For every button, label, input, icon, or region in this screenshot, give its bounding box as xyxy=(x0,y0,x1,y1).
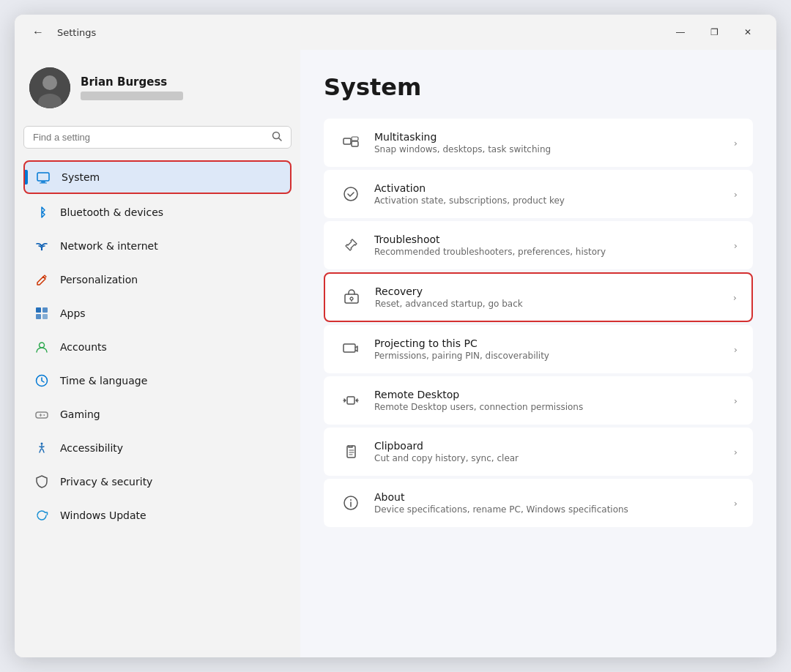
sidebar-item-bluetooth[interactable]: Bluetooth & devices xyxy=(23,197,291,228)
svg-rect-23 xyxy=(343,344,355,352)
search-input[interactable] xyxy=(33,132,266,143)
about-chevron: › xyxy=(734,498,738,509)
recovery-text: Recovery Reset, advanced startup, go bac… xyxy=(375,285,721,309)
svg-rect-21 xyxy=(345,294,358,303)
accounts-icon xyxy=(34,339,50,355)
sidebar-item-bluetooth-label: Bluetooth & devices xyxy=(60,206,163,218)
svg-rect-6 xyxy=(41,182,45,183)
multitasking-chevron: › xyxy=(734,138,738,149)
sidebar-item-personalization[interactable]: Personalization xyxy=(23,264,291,295)
troubleshoot-text: Troubleshoot Recommended troubleshooters… xyxy=(374,234,722,257)
sidebar-item-personalization-label: Personalization xyxy=(60,274,138,285)
sidebar-item-apps-label: Apps xyxy=(60,307,86,319)
user-profile: Brian Burgess xyxy=(23,61,291,120)
close-button[interactable]: ✕ xyxy=(731,20,765,44)
settings-window: ← Settings — ❐ ✕ xyxy=(15,15,776,657)
sidebar-item-update[interactable]: Windows Update xyxy=(23,500,291,531)
svg-rect-18 xyxy=(352,141,358,146)
main-content: System Multitasking Snap windows, deskto… xyxy=(300,50,776,657)
projecting-text: Projecting to this PC Permissions, pairi… xyxy=(374,337,722,361)
activation-text: Activation Activation state, subscriptio… xyxy=(374,182,722,206)
troubleshoot-chevron: › xyxy=(734,240,738,251)
back-button[interactable]: ← xyxy=(26,20,50,44)
svg-rect-17 xyxy=(343,138,351,144)
clipboard-desc: Cut and copy history, sync, clear xyxy=(374,453,722,463)
avatar-image xyxy=(29,67,70,108)
content-area: Brian Burgess xyxy=(15,50,776,657)
sidebar: Brian Burgess xyxy=(15,50,300,657)
settings-item-clipboard[interactable]: Clipboard Cut and copy history, sync, cl… xyxy=(324,428,753,476)
gaming-icon xyxy=(34,406,50,422)
maximize-button[interactable]: ❐ xyxy=(697,20,731,44)
recovery-desc: Reset, advanced startup, go back xyxy=(375,299,721,309)
svg-rect-12 xyxy=(42,314,48,319)
svg-rect-11 xyxy=(36,314,41,319)
minimize-button[interactable]: — xyxy=(664,20,697,44)
about-title: About xyxy=(374,491,722,503)
svg-point-20 xyxy=(344,187,357,201)
troubleshoot-title: Troubleshoot xyxy=(374,234,722,245)
settings-item-remote-desktop[interactable]: Remote Desktop Remote Desktop users, con… xyxy=(324,376,753,425)
svg-rect-10 xyxy=(42,307,48,313)
sidebar-item-accessibility-label: Accessibility xyxy=(60,442,123,454)
settings-item-activation[interactable]: Activation Activation state, subscriptio… xyxy=(324,170,753,218)
projecting-chevron: › xyxy=(734,344,738,355)
about-desc: Device specifications, rename PC, Window… xyxy=(374,504,722,515)
recovery-chevron: › xyxy=(733,292,737,303)
sidebar-item-accounts[interactable]: Accounts xyxy=(23,332,291,362)
user-email-bar xyxy=(81,92,183,100)
svg-point-1 xyxy=(42,75,57,90)
svg-line-4 xyxy=(279,138,282,141)
svg-rect-5 xyxy=(37,173,49,181)
activation-desc: Activation state, subscriptions, product… xyxy=(374,195,722,206)
sidebar-item-system[interactable]: System xyxy=(23,160,291,194)
troubleshoot-desc: Recommended troubleshooters, preferences… xyxy=(374,247,722,257)
user-info: Brian Burgess xyxy=(81,75,183,100)
multitasking-desc: Snap windows, desktops, task switching xyxy=(374,144,722,154)
settings-item-recovery[interactable]: Recovery Reset, advanced startup, go bac… xyxy=(324,272,753,322)
system-icon xyxy=(35,169,51,185)
titlebar: ← Settings — ❐ ✕ xyxy=(15,15,776,50)
sidebar-item-network[interactable]: Network & internet xyxy=(23,231,291,261)
troubleshoot-icon xyxy=(339,234,363,257)
multitasking-icon xyxy=(339,131,363,154)
clipboard-chevron: › xyxy=(734,447,738,458)
sidebar-item-network-label: Network & internet xyxy=(60,240,158,252)
settings-item-about[interactable]: About Device specifications, rename PC, … xyxy=(324,479,753,527)
remote-desktop-desc: Remote Desktop users, connection permiss… xyxy=(374,402,722,412)
accessibility-icon xyxy=(34,440,50,456)
projecting-title: Projecting to this PC xyxy=(374,337,722,349)
sidebar-item-privacy[interactable]: Privacy & security xyxy=(23,466,291,497)
active-indicator xyxy=(25,170,28,184)
activation-chevron: › xyxy=(734,189,738,200)
clipboard-icon xyxy=(339,440,363,463)
sidebar-item-update-label: Windows Update xyxy=(60,509,146,521)
search-box[interactable] xyxy=(23,126,291,149)
privacy-icon xyxy=(34,474,50,490)
remote-desktop-icon xyxy=(339,389,363,412)
activation-title: Activation xyxy=(374,182,722,194)
settings-item-troubleshoot[interactable]: Troubleshoot Recommended troubleshooters… xyxy=(324,221,753,269)
settings-item-multitasking[interactable]: Multitasking Snap windows, desktops, tas… xyxy=(324,119,753,167)
sidebar-item-accessibility[interactable]: Accessibility xyxy=(23,433,291,463)
clipboard-title: Clipboard xyxy=(374,440,722,452)
window-title: Settings xyxy=(57,27,96,38)
settings-list: Multitasking Snap windows, desktops, tas… xyxy=(324,119,753,527)
sidebar-item-accounts-label: Accounts xyxy=(60,341,107,353)
svg-rect-7 xyxy=(40,183,47,184)
apps-icon xyxy=(34,305,50,321)
personalization-icon xyxy=(34,272,50,288)
sidebar-item-time[interactable]: Time & language xyxy=(23,365,291,396)
sidebar-item-gaming-label: Gaming xyxy=(60,408,100,420)
sidebar-item-apps[interactable]: Apps xyxy=(23,298,291,329)
projecting-desc: Permissions, pairing PIN, discoverabilit… xyxy=(374,351,722,361)
sidebar-item-gaming[interactable]: Gaming xyxy=(23,399,291,430)
settings-item-projecting[interactable]: Projecting to this PC Permissions, pairi… xyxy=(324,325,753,373)
recovery-icon xyxy=(340,285,363,309)
projecting-icon xyxy=(339,337,363,361)
svg-rect-9 xyxy=(36,307,41,313)
window-controls: — ❐ ✕ xyxy=(664,20,765,44)
time-icon xyxy=(34,373,50,389)
svg-rect-19 xyxy=(352,137,358,141)
sidebar-item-privacy-label: Privacy & security xyxy=(60,476,152,488)
